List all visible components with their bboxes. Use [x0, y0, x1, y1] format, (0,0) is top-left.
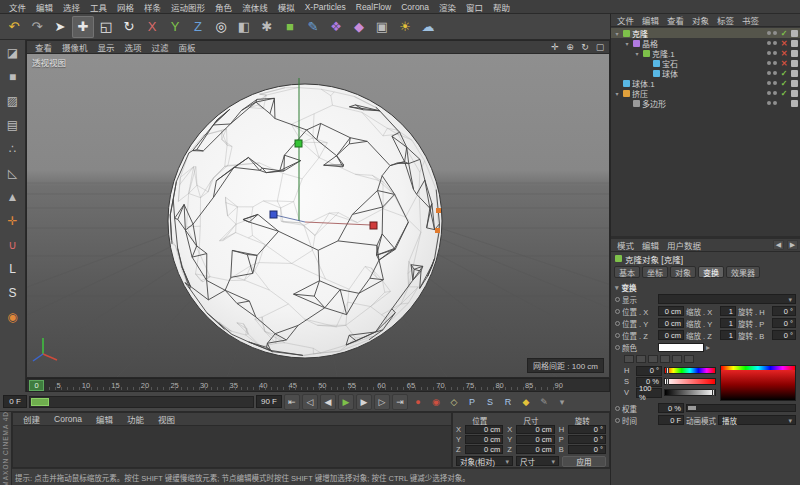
z-axis-lock-icon[interactable]: Z — [187, 16, 209, 38]
expand-toggle-icon[interactable]: ▾ — [633, 50, 641, 57]
apply-button[interactable]: 应用 — [562, 456, 606, 467]
goto-start-button[interactable]: ⇤ — [284, 394, 300, 410]
material-menu-item[interactable]: 编辑 — [90, 413, 119, 425]
record-pla-icon[interactable]: ✎ — [536, 394, 552, 410]
timeline-playhead[interactable]: 0 — [29, 380, 44, 391]
hsv-gradient-track[interactable] — [664, 378, 716, 385]
zoom-view-icon[interactable]: ⊕ — [564, 42, 576, 53]
scale-field[interactable]: 1 — [720, 330, 736, 340]
menubar-item[interactable]: 模拟 — [273, 1, 300, 13]
visibility-dot-editor[interactable] — [767, 31, 771, 35]
rotation-field[interactable]: 0 ° — [568, 435, 606, 444]
size-field[interactable]: 0 cm — [516, 445, 554, 454]
position-field[interactable]: 0 cm — [465, 435, 503, 444]
render-settings-icon[interactable]: ✱ — [256, 16, 278, 38]
object-manager-menu-item[interactable]: 查看 — [663, 14, 688, 26]
weight-slider-handle[interactable] — [688, 406, 696, 410]
menubar-item[interactable]: 角色 — [210, 1, 237, 13]
phong-tag-icon[interactable] — [791, 70, 798, 77]
hsv-gradient-track[interactable] — [664, 389, 716, 396]
camera-icon[interactable]: ▣ — [371, 16, 393, 38]
hsv-track-handle[interactable] — [666, 378, 669, 385]
menubar-item[interactable]: Corona — [396, 2, 434, 12]
redo-icon[interactable]: ↷ — [26, 16, 48, 38]
keyframe-circle-icon[interactable] — [615, 297, 620, 302]
keyframe-circle-icon[interactable] — [615, 406, 620, 411]
color-spectrum-mode-icon[interactable] — [636, 355, 646, 363]
menubar-item[interactable]: 样条 — [139, 1, 166, 13]
hsv-gradient-track[interactable] — [664, 367, 716, 374]
position-field[interactable]: 0 cm — [658, 330, 684, 340]
viewport-view-label[interactable]: 透视视图 — [32, 56, 66, 68]
attribute-menu-item[interactable]: 编辑 — [638, 239, 663, 251]
size-mode-combo[interactable]: 尺寸 — [516, 456, 559, 466]
object-row[interactable]: 球体.1 ✓ — [611, 78, 800, 88]
coordinate-mode-combo[interactable]: 对象(相对) — [456, 456, 513, 466]
material-menu-item[interactable]: 视图 — [152, 413, 181, 425]
generator-enabled-check[interactable]: ✓ — [779, 79, 789, 88]
color-kelvin-mode-icon[interactable] — [672, 355, 682, 363]
history-forward-icon[interactable]: ▶ — [787, 240, 798, 250]
rotate-view-icon[interactable]: ↻ — [579, 42, 591, 53]
edges-mode-icon[interactable]: ◺ — [3, 163, 23, 183]
rotation-field[interactable]: 0 ° — [568, 425, 606, 434]
rotation-field[interactable]: 0 ° — [772, 330, 796, 340]
viewport-menu-item[interactable]: 摄像机 — [57, 41, 93, 53]
sky-icon[interactable]: ☁ — [417, 16, 439, 38]
viewport-menu-item[interactable]: 查看 — [30, 41, 57, 53]
phong-tag-icon[interactable] — [791, 80, 798, 87]
generator-enabled-check[interactable]: ✓ — [779, 29, 789, 38]
visibility-dot-render[interactable] — [773, 71, 777, 75]
visibility-dot-render[interactable] — [773, 51, 777, 55]
polygons-mode-icon[interactable]: ▲ — [3, 187, 23, 207]
generator-enabled-check[interactable]: ✓ — [779, 89, 789, 98]
coordinate-system-icon[interactable]: ◎ — [210, 16, 232, 38]
color-spectrum-field[interactable] — [720, 365, 796, 401]
playback-mode-icon[interactable]: ▾ — [554, 394, 570, 410]
object-row[interactable]: ▾ 晶格 ✕ — [611, 38, 800, 48]
attribute-tab[interactable]: 对象 — [670, 266, 696, 278]
menubar-item[interactable]: 帮助 — [488, 1, 515, 13]
points-mode-icon[interactable]: ∴ — [3, 139, 23, 159]
size-field[interactable]: 0 cm — [516, 435, 554, 444]
material-menu-item[interactable]: Corona — [48, 414, 88, 424]
hsv-track-handle[interactable] — [712, 389, 715, 396]
enable-axis-icon[interactable]: ✛ — [3, 211, 23, 231]
snapping-icon[interactable]: ∪ — [3, 235, 23, 255]
previous-key-button[interactable]: ◁ — [302, 394, 318, 410]
color-swatch[interactable] — [658, 343, 704, 352]
hsv-track-handle[interactable] — [666, 367, 669, 374]
viewport-menu-item[interactable]: 选项 — [120, 41, 147, 53]
x-axis-lock-icon[interactable]: X — [141, 16, 163, 38]
live-selection-icon[interactable]: ➤ — [49, 16, 71, 38]
position-field[interactable]: 0 cm — [465, 445, 503, 454]
color-rgb-mode-icon[interactable] — [648, 355, 658, 363]
scale-field[interactable]: 1 — [720, 318, 736, 328]
expand-toggle-icon[interactable]: ▾ — [613, 90, 621, 97]
visibility-dot-render[interactable] — [773, 41, 777, 45]
timeline-start-field[interactable]: 0 F — [3, 395, 27, 408]
menubar-item[interactable]: 网格 — [112, 1, 139, 13]
visibility-dot-editor[interactable] — [767, 61, 771, 65]
size-field[interactable]: 0 cm — [516, 425, 554, 434]
history-back-icon[interactable]: ◀ — [773, 240, 784, 250]
expand-toggle-icon[interactable]: ▾ — [623, 40, 631, 47]
visibility-dot-editor[interactable] — [767, 91, 771, 95]
record-scale-icon[interactable]: S — [482, 394, 498, 410]
material-menu-item[interactable]: 功能 — [121, 413, 150, 425]
visibility-dot-editor[interactable] — [767, 71, 771, 75]
object-manager-menu-item[interactable]: 编辑 — [638, 14, 663, 26]
menubar-item[interactable]: RealFlow — [351, 2, 396, 12]
expand-toggle-icon[interactable]: ▾ — [613, 30, 621, 37]
keyframe-selection-icon[interactable]: ◇ — [446, 394, 462, 410]
model-mode-icon[interactable]: ■ — [3, 67, 23, 87]
rotation-field[interactable]: 0 ° — [772, 318, 796, 328]
color-wheel-mode-icon[interactable] — [624, 355, 634, 363]
object-row[interactable]: 多边形 — [611, 98, 800, 108]
viewport-menu-item[interactable]: 过滤 — [147, 41, 174, 53]
object-row[interactable]: ▾ 克隆.1 ✕ — [611, 48, 800, 58]
viewport-3d-canvas[interactable]: 透视视图 网格间距 : 100 cm — [27, 54, 609, 377]
lock-l-icon[interactable]: L — [3, 259, 23, 279]
previous-frame-button[interactable]: ◀ — [320, 394, 336, 410]
phong-tag-icon[interactable] — [791, 100, 798, 107]
